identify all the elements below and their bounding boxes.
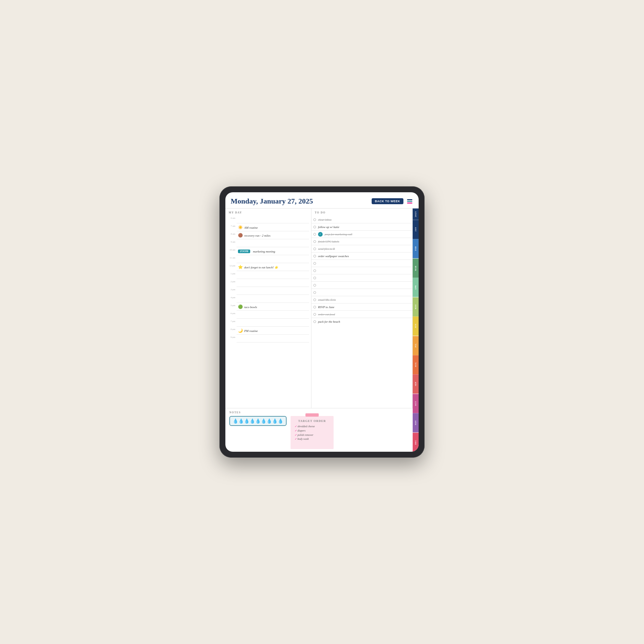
todo-badge: ✓ bbox=[318, 232, 323, 237]
todo-checkbox[interactable] bbox=[313, 306, 316, 308]
time-line-area: ZOOMmarketing meeting bbox=[237, 248, 309, 255]
sticky-item: body wash bbox=[295, 437, 330, 441]
todo-row[interactable] bbox=[311, 260, 412, 267]
water-drop: 💧 bbox=[255, 419, 261, 424]
todo-row[interactable]: finish UPC labels bbox=[311, 238, 412, 245]
time-row[interactable]: 7 am☀️AM routine bbox=[225, 224, 311, 232]
time-label: 9 am bbox=[227, 240, 237, 243]
water-drop: 💧 bbox=[266, 419, 272, 424]
time-line-area: 🟢taco bowls bbox=[237, 303, 309, 311]
time-line-area bbox=[237, 256, 309, 263]
todo-checkbox[interactable] bbox=[313, 262, 316, 265]
time-row[interactable]: 11 am bbox=[225, 256, 311, 264]
back-to-week-button[interactable]: BacK To WEEK bbox=[372, 198, 403, 204]
time-label: 5 pm bbox=[227, 303, 237, 307]
time-row[interactable]: 12 pm⭐don't forget to eat lunch! ⭐ bbox=[225, 264, 311, 272]
month-tabs: 2025JANFEBMARAPRMAYJUNJULAUGSEPOCTNOVDEC bbox=[413, 208, 419, 452]
todo-row[interactable]: clear inbox bbox=[311, 216, 412, 223]
month-tab-apr[interactable]: APR bbox=[413, 278, 419, 297]
water-drop: 💧 bbox=[238, 419, 244, 424]
todo-text: pack for the beach bbox=[318, 320, 340, 323]
month-tab-mar[interactable]: MAR bbox=[413, 258, 419, 278]
todo-row[interactable]: ✓prep for marketing call bbox=[311, 231, 412, 238]
month-tab-nov[interactable]: NOV bbox=[413, 413, 419, 432]
todo-checkbox[interactable] bbox=[313, 291, 316, 294]
tablet-screen: Monday, January 27, 2025 BacK To WEEK MY… bbox=[225, 192, 419, 452]
month-tab-dec[interactable]: DEC bbox=[413, 433, 419, 452]
todo-row[interactable] bbox=[311, 282, 412, 289]
time-line-area bbox=[237, 280, 309, 287]
time-label: 2 pm bbox=[227, 280, 237, 283]
event-icon: ⭐ bbox=[238, 265, 243, 270]
event-text: don't forget to eat lunch! ⭐ bbox=[244, 266, 278, 269]
time-row[interactable]: 8 am🟤recovery run - 2 miles bbox=[225, 232, 311, 240]
time-row[interactable]: 10 amZOOMmarketing meeting bbox=[225, 248, 311, 256]
event-text: marketing meeting bbox=[253, 250, 275, 253]
month-tab-may[interactable]: MAY bbox=[413, 297, 419, 316]
todo-row[interactable] bbox=[311, 274, 412, 282]
time-row[interactable]: 9 pm bbox=[225, 335, 311, 343]
todo-row[interactable] bbox=[311, 267, 412, 274]
month-tab-aug[interactable]: AUG bbox=[413, 355, 419, 374]
time-row[interactable]: 9 am bbox=[225, 240, 311, 248]
my-day-column: MY DAY 6 am7 am☀️AM routine8 am🟤recovery… bbox=[225, 208, 311, 408]
event-text: PM routine bbox=[244, 329, 258, 333]
time-line-area bbox=[237, 272, 309, 279]
todo-checkbox[interactable] bbox=[313, 226, 316, 228]
todo-checkbox[interactable] bbox=[313, 277, 316, 279]
todo-checkbox[interactable] bbox=[313, 320, 316, 323]
month-tab-jun[interactable]: JUN bbox=[413, 316, 419, 336]
todo-checkbox[interactable] bbox=[313, 313, 316, 316]
todo-row[interactable]: send files to B bbox=[311, 245, 412, 253]
todo-row[interactable]: RSVP to Jane bbox=[311, 303, 412, 311]
time-row[interactable]: 8 pm🌙PM routine bbox=[225, 327, 311, 335]
notes-header: NOTES bbox=[229, 411, 409, 414]
time-line-area: 🟤recovery run - 2 miles bbox=[237, 232, 309, 239]
todo-row[interactable] bbox=[311, 289, 412, 296]
todo-text: RSVP to Jane bbox=[318, 305, 334, 309]
todo-row[interactable]: order wallpaper swatches bbox=[311, 253, 412, 260]
time-row[interactable]: 4 pm bbox=[225, 296, 311, 303]
todo-checkbox[interactable] bbox=[313, 299, 316, 301]
logo-bar-3 bbox=[407, 203, 412, 204]
todo-row[interactable]: email Ms. Erin bbox=[311, 296, 412, 303]
todo-checkbox[interactable] bbox=[313, 284, 316, 287]
time-row[interactable]: 5 pm🟢taco bowls bbox=[225, 303, 311, 311]
month-tab-jul[interactable]: JUL bbox=[413, 336, 419, 355]
month-tab-feb[interactable]: FEB bbox=[413, 239, 419, 258]
time-label: 6 am bbox=[227, 216, 237, 219]
sticky-items: shredded cheesediaperspolish removerbody… bbox=[295, 425, 330, 441]
month-tab-sep[interactable]: SEP bbox=[413, 374, 419, 393]
sticky-note: TARGET ORDER shredded cheesediaperspolis… bbox=[291, 416, 334, 449]
time-label: 10 am bbox=[227, 248, 237, 251]
time-row[interactable]: 3 pm bbox=[225, 288, 311, 296]
sticky-item: diapers bbox=[295, 429, 330, 433]
water-tracker: 💧💧💧💧💧💧💧💧💧 bbox=[229, 416, 287, 426]
event-text: taco bowls bbox=[244, 305, 257, 309]
todo-checkbox[interactable] bbox=[313, 269, 316, 272]
time-row[interactable]: 6 pm bbox=[225, 311, 311, 319]
planner-area: MY DAY 6 am7 am☀️AM routine8 am🟤recovery… bbox=[225, 208, 413, 452]
todo-checkbox[interactable] bbox=[313, 255, 316, 257]
todo-row[interactable]: pack for the beach bbox=[311, 318, 412, 325]
time-row[interactable]: 7 pm bbox=[225, 319, 311, 327]
todo-checkbox[interactable] bbox=[313, 233, 316, 236]
sticky-item: shredded cheese bbox=[295, 425, 330, 429]
event-icon: ☀️ bbox=[238, 225, 243, 230]
month-tab-oct[interactable]: OCT bbox=[413, 394, 419, 413]
month-tab-jan[interactable]: JAN bbox=[413, 220, 419, 239]
time-label: 8 pm bbox=[227, 327, 237, 331]
logo-bar-2 bbox=[407, 201, 412, 202]
todo-row[interactable]: follow up w/ katie bbox=[311, 223, 412, 231]
time-row[interactable]: 2 pm bbox=[225, 280, 311, 288]
time-row[interactable]: 1 pm bbox=[225, 272, 311, 280]
event-text: recovery run - 2 miles bbox=[244, 234, 270, 237]
todo-checkbox[interactable] bbox=[313, 240, 316, 243]
time-line-area bbox=[237, 311, 309, 319]
todo-row[interactable]: order cat food bbox=[311, 311, 412, 318]
todo-checkbox[interactable] bbox=[313, 248, 316, 250]
todo-checkbox[interactable] bbox=[313, 218, 316, 221]
todo-text: order wallpaper swatches bbox=[318, 254, 349, 258]
time-row[interactable]: 6 am bbox=[225, 216, 311, 224]
todo-rows: clear inboxfollow up w/ katie✓prep for m… bbox=[311, 216, 412, 325]
